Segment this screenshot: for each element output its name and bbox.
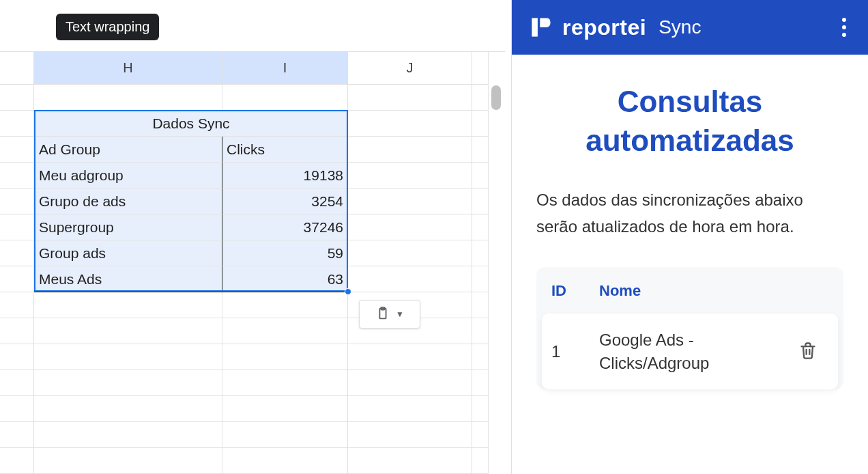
row-header[interactable] [0, 189, 34, 214]
header-clicks[interactable]: Clicks [222, 137, 348, 163]
cell[interactable] [348, 448, 472, 474]
cell-label[interactable]: Meus Ads [34, 266, 222, 292]
cell[interactable] [34, 292, 222, 318]
cell[interactable] [34, 344, 222, 370]
cell-value[interactable]: 37246 [222, 214, 348, 240]
column-header-corner[interactable] [0, 52, 34, 85]
column-header-j[interactable]: J [348, 52, 472, 85]
row-header[interactable] [0, 266, 34, 292]
cell-value[interactable]: 59 [222, 240, 348, 266]
cell[interactable] [348, 111, 472, 137]
row-header[interactable] [0, 85, 34, 111]
column-header-extra[interactable] [472, 52, 489, 85]
delete-query-button[interactable] [787, 341, 828, 362]
cell[interactable] [472, 370, 489, 396]
row-header[interactable] [0, 111, 34, 137]
cell[interactable] [472, 240, 489, 266]
row-header[interactable] [0, 422, 34, 448]
query-head-name: Nome [599, 282, 787, 300]
row-header[interactable] [0, 240, 34, 266]
header-adgroup[interactable]: Ad Group [34, 137, 222, 163]
row-header[interactable] [0, 292, 34, 318]
cell[interactable] [34, 318, 222, 344]
cell[interactable] [348, 344, 472, 370]
cell[interactable] [472, 422, 489, 448]
reportei-panel: reportei Sync Consultas automatizadas Os… [511, 0, 868, 474]
cell[interactable] [222, 344, 348, 370]
cell-value[interactable]: 63 [222, 266, 348, 292]
cell[interactable] [348, 266, 472, 292]
cell-label[interactable]: Meu adgroup [34, 163, 222, 189]
cell[interactable] [348, 396, 472, 422]
brand-sub: Sync [659, 16, 701, 38]
cell[interactable] [348, 422, 472, 448]
cell[interactable] [222, 370, 348, 396]
cell[interactable] [348, 370, 472, 396]
cell[interactable] [348, 137, 472, 163]
query-id: 1 [551, 342, 599, 361]
cell-value[interactable]: 19138 [222, 163, 348, 189]
cell[interactable] [472, 111, 489, 137]
query-row[interactable]: 1 Google Ads - Clicks/Adgroup [542, 313, 838, 389]
row-header[interactable] [0, 318, 34, 344]
cell[interactable] [222, 422, 348, 448]
cell[interactable] [222, 318, 348, 344]
chevron-down-icon: ▼ [396, 309, 404, 319]
cell[interactable] [34, 85, 222, 111]
clipboard-icon [375, 306, 390, 323]
column-header-i[interactable]: I [222, 52, 348, 85]
row-header[interactable] [0, 214, 34, 240]
svg-rect-2 [532, 18, 538, 36]
cell[interactable] [472, 292, 489, 318]
logo-mark-icon [530, 14, 553, 41]
row-header[interactable] [0, 137, 34, 163]
vertical-scrollbar[interactable] [491, 85, 501, 110]
cell[interactable] [222, 396, 348, 422]
column-header-h[interactable]: H [34, 52, 222, 85]
cell[interactable] [348, 163, 472, 189]
cell[interactable] [222, 292, 348, 318]
cell-label[interactable]: Grupo de ads [34, 189, 222, 214]
cell[interactable] [34, 370, 222, 396]
sheet-grid[interactable]: Dados Sync Ad Group Clicks Meu adgroup 1… [0, 85, 505, 474]
menu-dots-icon[interactable] [838, 14, 850, 41]
cell[interactable] [34, 396, 222, 422]
query-head-id: ID [551, 282, 599, 300]
paste-options-button[interactable]: ▼ [359, 300, 420, 329]
cell[interactable] [472, 189, 489, 214]
cell-label[interactable]: Supergroup [34, 214, 222, 240]
cell[interactable] [348, 214, 472, 240]
cell-label[interactable]: Group ads [34, 240, 222, 266]
cell[interactable] [348, 85, 472, 111]
cell[interactable] [348, 240, 472, 266]
cell[interactable] [472, 85, 489, 111]
panel-header: reportei Sync [512, 0, 868, 55]
cell[interactable] [472, 448, 489, 474]
cell[interactable] [472, 396, 489, 422]
cell[interactable] [472, 214, 489, 240]
cell[interactable] [472, 137, 489, 163]
cell-value[interactable]: 3254 [222, 189, 348, 214]
merged-title-cell[interactable]: Dados Sync [34, 111, 348, 137]
cell[interactable] [472, 163, 489, 189]
text-wrapping-tooltip: Text wrapping [56, 14, 159, 40]
row-header[interactable] [0, 448, 34, 474]
cell[interactable] [222, 448, 348, 474]
cell[interactable] [348, 189, 472, 214]
cell[interactable] [34, 422, 222, 448]
cell[interactable] [222, 85, 348, 111]
row-header[interactable] [0, 396, 34, 422]
cell[interactable] [472, 344, 489, 370]
query-head: ID Nome [536, 267, 843, 313]
spreadsheet: H I J Dados Sync Ad Group Clicks Meu adg… [0, 51, 505, 474]
row-header[interactable] [0, 163, 34, 189]
panel-title: Consultas automatizadas [536, 82, 843, 160]
row-header[interactable] [0, 370, 34, 396]
cell[interactable] [34, 448, 222, 474]
row-header[interactable] [0, 344, 34, 370]
cell[interactable] [472, 266, 489, 292]
brand-name: reportei [562, 15, 646, 40]
cell[interactable] [472, 318, 489, 344]
query-name: Google Ads - Clicks/Adgroup [599, 329, 787, 374]
query-list: ID Nome 1 Google Ads - Clicks/Adgroup [536, 267, 843, 389]
